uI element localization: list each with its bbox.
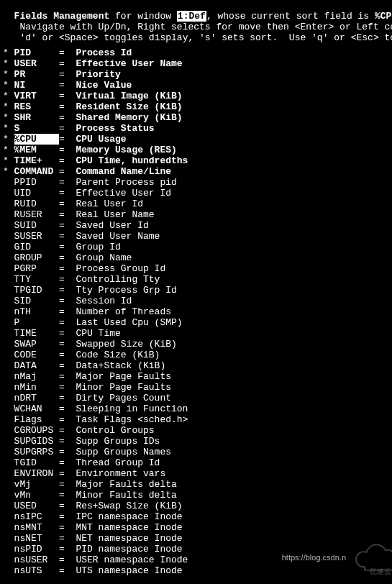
field-name: %MEM	[14, 145, 59, 155]
field-row-nsmnt[interactable]: nsMNT = MNT namespace Inode	[3, 522, 389, 533]
field-enabled-marker	[3, 565, 14, 576]
field-row-user[interactable]: * USER = Effective User Name	[3, 58, 389, 69]
field-row-supgids[interactable]: SUPGIDS = Supp Groups IDs	[3, 436, 389, 447]
equals-separator: =	[59, 317, 76, 328]
field-row-pid[interactable]: * PID = Process Id	[3, 47, 389, 58]
equals-separator: =	[59, 231, 76, 242]
field-row-mem[interactable]: * %MEM = Memory Usage (RES)	[3, 145, 389, 155]
field-desc: Major Faults delta	[76, 479, 176, 490]
field-row-p[interactable]: P = Last Used Cpu (SMP)	[3, 317, 389, 328]
field-desc: Sleeping in Function	[76, 403, 188, 414]
field-row-data[interactable]: DATA = Data+Stack (KiB)	[3, 360, 389, 371]
field-enabled-marker	[3, 231, 14, 242]
field-name: vMn	[14, 490, 59, 501]
field-desc: Session Id	[76, 296, 132, 306]
equals-separator: =	[59, 522, 76, 533]
field-name: TGID	[14, 457, 59, 468]
equals-separator: =	[59, 69, 76, 80]
field-desc: Process Id	[76, 47, 132, 58]
field-row-res[interactable]: * RES = Resident Size (KiB)	[3, 101, 389, 112]
equals-separator: =	[59, 166, 76, 177]
field-row-ruser[interactable]: RUSER = Real User Name	[3, 209, 389, 220]
equals-separator: =	[59, 199, 76, 209]
equals-separator: =	[59, 371, 76, 382]
field-row-s[interactable]: * S = Process Status	[3, 123, 389, 134]
field-row-nsuts[interactable]: nsUTS = UTS namespace Inode	[3, 565, 389, 576]
field-row-time[interactable]: TIME = CPU Time	[3, 328, 389, 339]
field-row-tty[interactable]: TTY = Controlling Tty	[3, 274, 389, 285]
field-row-flags[interactable]: Flags = Task Flags <sched.h>	[3, 414, 389, 425]
field-desc: Shared Memory (KiB)	[76, 112, 182, 123]
field-row-pr[interactable]: * PR = Priority	[3, 69, 389, 80]
field-row-pgrp[interactable]: PGRP = Process Group Id	[3, 263, 389, 274]
header-window-label: 1:Def	[177, 11, 206, 22]
equals-separator: =	[59, 112, 76, 123]
field-row-nsipc[interactable]: nsIPC = IPC namespace Inode	[3, 511, 389, 522]
field-name: S	[14, 123, 59, 134]
field-row-cpu[interactable]: * %CPU = CPU Usage	[3, 134, 389, 145]
field-row-cgroups[interactable]: CGROUPS = Control Groups	[3, 425, 389, 436]
equals-separator: =	[59, 339, 76, 350]
field-enabled-marker	[3, 425, 14, 436]
field-row-nmin[interactable]: nMin = Minor Page Faults	[3, 382, 389, 393]
field-row-environ[interactable]: ENVIRON = Environment vars	[3, 468, 389, 479]
field-row-virt[interactable]: * VIRT = Virtual Image (KiB)	[3, 91, 389, 101]
fields-list[interactable]: * PID = Process Id* USER = Effective Use…	[0, 43, 392, 576]
field-row-ppid[interactable]: PPID = Parent Process pid	[3, 177, 389, 188]
equals-separator: =	[59, 306, 76, 317]
field-row-ndrt[interactable]: nDRT = Dirty Pages Count	[3, 393, 389, 403]
field-row-time[interactable]: * TIME+ = CPU Time, hundredths	[3, 155, 389, 166]
field-row-sid[interactable]: SID = Session Id	[3, 296, 389, 306]
field-name: SUPGRPS	[14, 447, 59, 457]
field-row-nspid[interactable]: nsPID = PID namespace Inode	[3, 544, 389, 555]
field-row-uid[interactable]: UID = Effective User Id	[3, 188, 389, 199]
field-row-vmn[interactable]: vMn = Minor Faults delta	[3, 490, 389, 501]
field-name: GROUP	[14, 252, 59, 263]
field-row-nsnet[interactable]: nsNET = NET namespace Inode	[3, 533, 389, 544]
field-row-code[interactable]: CODE = Code Size (KiB)	[3, 350, 389, 360]
field-row-swap[interactable]: SWAP = Swapped Size (KiB)	[3, 339, 389, 350]
field-name: CODE	[14, 350, 59, 360]
field-row-nsuser[interactable]: nsUSER = USER namespace Inode	[3, 555, 389, 565]
equals-separator: =	[59, 145, 76, 155]
field-row-tgid[interactable]: TGID = Thread Group Id	[3, 457, 389, 468]
field-row-suser[interactable]: SUSER = Saved User Name	[3, 231, 389, 242]
field-desc: Code Size (KiB)	[76, 350, 160, 360]
equals-separator: =	[59, 285, 76, 296]
field-enabled-marker	[3, 252, 14, 263]
field-name: GID	[14, 242, 59, 252]
field-row-vmj[interactable]: vMj = Major Faults delta	[3, 479, 389, 490]
field-desc: Environment vars	[76, 468, 165, 479]
field-enabled-marker	[3, 468, 14, 479]
field-row-wchan[interactable]: WCHAN = Sleeping in Function	[3, 403, 389, 414]
equals-separator: =	[59, 91, 76, 101]
field-row-group[interactable]: GROUP = Group Name	[3, 252, 389, 263]
field-name: nsUSER	[14, 555, 59, 565]
field-name: CGROUPS	[14, 425, 59, 436]
field-enabled-marker	[3, 544, 14, 555]
field-row-nmaj[interactable]: nMaj = Major Page Faults	[3, 371, 389, 382]
header-sort-prefix: , whose current sort field is	[206, 11, 375, 22]
field-row-suid[interactable]: SUID = Saved User Id	[3, 220, 389, 231]
field-row-supgrps[interactable]: SUPGRPS = Supp Groups Names	[3, 447, 389, 457]
field-desc: Saved User Id	[76, 220, 148, 231]
help-line-1: Navigate with Up/Dn, Right selects for m…	[0, 22, 392, 32]
field-row-ni[interactable]: * NI = Nice Value	[3, 80, 389, 91]
field-desc: Priority	[76, 69, 120, 80]
equals-separator: =	[59, 544, 76, 555]
field-row-ruid[interactable]: RUID = Real User Id	[3, 199, 389, 209]
field-enabled-marker: *	[3, 166, 14, 177]
field-desc: Swapped Size (KiB)	[76, 339, 176, 350]
field-row-nth[interactable]: nTH = Number of Threads	[3, 306, 389, 317]
field-row-command[interactable]: * COMMAND = Command Name/Line	[3, 166, 389, 177]
field-enabled-marker: *	[3, 101, 14, 112]
field-row-shr[interactable]: * SHR = Shared Memory (KiB)	[3, 112, 389, 123]
field-row-tpgid[interactable]: TPGID = Tty Process Grp Id	[3, 285, 389, 296]
field-row-used[interactable]: USED = Res+Swap Size (KiB)	[3, 501, 389, 511]
field-enabled-marker	[3, 447, 14, 457]
field-desc: Effective User Name	[76, 58, 182, 69]
field-row-gid[interactable]: GID = Group Id	[3, 242, 389, 252]
field-desc: Tty Process Grp Id	[76, 285, 176, 296]
field-name: USED	[14, 501, 59, 511]
field-desc: Real User Name	[76, 209, 154, 220]
